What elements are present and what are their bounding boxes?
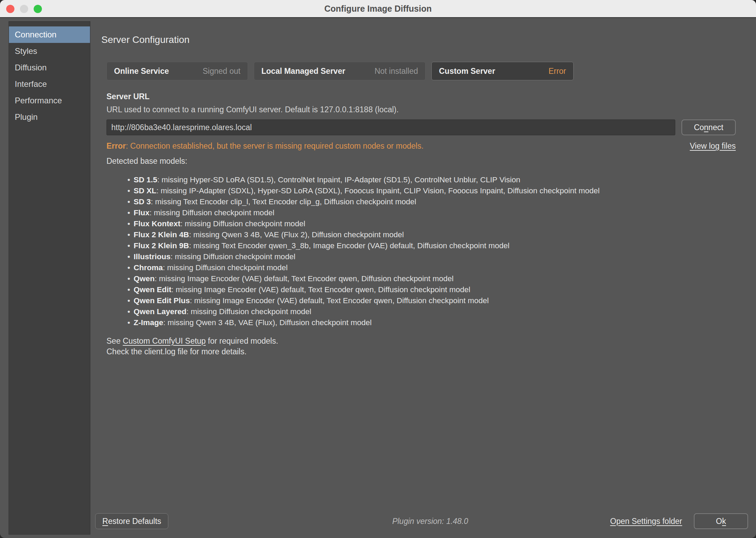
ok-button[interactable]: Ok <box>694 513 748 529</box>
setup-note: See Custom ComfyUI Setup for required mo… <box>106 336 739 346</box>
tab-local-managed-server[interactable]: Local Managed Server Not installed <box>254 62 426 80</box>
model-missing-detail: : missing Text Encoder clip_l, Text Enco… <box>151 197 416 206</box>
sidebar-item-label: Styles <box>15 46 37 56</box>
connection-error-message: Error: Connection established, but the s… <box>106 141 424 151</box>
button-label: n <box>704 123 709 132</box>
model-name: Qwen Edit Plus <box>134 296 190 305</box>
server-url-row: Connect <box>106 119 739 135</box>
model-missing-detail: : missing Qwen 3 4B, VAE (Flux), Diffusi… <box>163 318 372 327</box>
model-list-item: •Flux 2 Klein 4B: missing Qwen 3 4B, VAE… <box>127 229 739 240</box>
model-list-item: •Qwen Edit Plus: missing Image Encoder (… <box>127 295 739 306</box>
sidebar-item-label: Connection <box>15 30 56 39</box>
bullet-icon: • <box>127 274 130 283</box>
model-name: SD 1.5 <box>134 175 157 184</box>
model-name: Flux <box>134 208 149 217</box>
tab-status: Not installed <box>374 67 418 76</box>
model-name: Flux 2 Klein 4B <box>134 230 189 239</box>
zoom-window-icon[interactable] <box>34 5 42 13</box>
model-list-item: •Qwen: missing Image Encoder (VAE) defau… <box>127 273 739 284</box>
bullet-icon: • <box>127 219 130 228</box>
sidebar-item-plugin[interactable]: Plugin <box>9 109 90 125</box>
model-list: •SD 1.5: missing Hyper-SD LoRA (SD1.5), … <box>127 174 739 328</box>
main-content: Server Configuration Online Service Sign… <box>101 18 739 357</box>
model-missing-detail: : missing Diffusion checkpoint model <box>187 307 312 316</box>
model-name: Qwen <box>134 274 155 283</box>
model-missing-detail: : missing Diffusion checkpoint model <box>180 219 305 228</box>
model-missing-detail: : missing Diffusion checkpoint model <box>170 252 295 261</box>
view-log-files-link[interactable]: View log files <box>690 141 736 151</box>
bullet-icon: • <box>127 241 130 250</box>
window-title: Configure Image Diffusion <box>324 4 432 14</box>
connection-status-row: Error: Connection established, but the s… <box>106 141 736 151</box>
bullet-icon: • <box>127 285 130 294</box>
server-url-description: URL used to connect to a running ComfyUI… <box>106 104 739 115</box>
model-missing-detail: : missing Image Encoder (VAE) default, T… <box>190 296 489 305</box>
client-log-note: Check the client.log file for more detai… <box>106 346 739 357</box>
setup-note-text: See <box>106 336 123 345</box>
plugin-version-text: Plugin version: 1.48.0 <box>392 517 468 526</box>
bullet-icon: • <box>127 252 130 261</box>
model-name: Qwen Edit <box>134 285 171 294</box>
minimize-window-icon[interactable] <box>20 5 28 13</box>
sidebar-item-connection[interactable]: Connection <box>9 26 90 43</box>
page-title: Server Configuration <box>101 34 739 46</box>
model-list-item: •Illustrious: missing Diffusion checkpoi… <box>127 251 739 262</box>
close-window-icon[interactable] <box>6 5 14 13</box>
model-missing-detail: : missing Qwen 3 4B, VAE (Flux 2), Diffu… <box>189 230 404 239</box>
model-missing-detail: : missing IP-Adapter (SDXL), Hyper-SD Lo… <box>156 186 600 195</box>
bullet-icon: • <box>127 263 130 272</box>
tab-custom-server[interactable]: Custom Server Error <box>431 62 574 80</box>
model-list-item: •Qwen Edit: missing Image Encoder (VAE) … <box>127 284 739 295</box>
model-name: Chroma <box>134 263 163 272</box>
model-name: Flux 2 Klein 9B <box>134 241 189 250</box>
tab-title: Online Service <box>114 67 169 76</box>
detected-models-label: Detected base models: <box>106 156 739 166</box>
sidebar-item-diffusion[interactable]: Diffusion <box>9 59 90 76</box>
server-url-label: Server URL <box>106 91 739 102</box>
bullet-icon: • <box>127 208 130 217</box>
tab-title: Custom Server <box>439 67 495 76</box>
model-name: Flux Kontext <box>134 219 180 228</box>
button-label: Co <box>694 123 704 132</box>
model-list-item: •Z-Image: missing Qwen 3 4B, VAE (Flux),… <box>127 317 739 328</box>
button-label: estore Defaults <box>108 517 161 526</box>
traffic-lights <box>0 0 42 18</box>
sidebar-item-label: Interface <box>15 79 47 89</box>
model-list-item: •SD 3: missing Text Encoder clip_l, Text… <box>127 196 739 207</box>
tab-status-error: Error <box>549 67 566 76</box>
sidebar-item-label: Plugin <box>15 112 38 122</box>
tab-online-service[interactable]: Online Service Signed out <box>106 62 248 80</box>
model-list-item: •SD 1.5: missing Hyper-SD LoRA (SD1.5), … <box>127 174 739 185</box>
setup-note-text: for required models. <box>206 336 278 345</box>
model-missing-detail: : missing Image Encoder (VAE) default, T… <box>155 274 453 283</box>
tab-status: Signed out <box>203 67 240 76</box>
model-name: SD 3 <box>134 197 151 206</box>
settings-sidebar: Connection Styles Diffusion Interface Pe… <box>9 21 90 535</box>
bullet-icon: • <box>127 186 130 195</box>
custom-comfyui-setup-link[interactable]: Custom ComfyUI Setup <box>123 336 206 345</box>
model-list-item: •Flux 2 Klein 9B: missing Text Encoder q… <box>127 240 739 251</box>
model-list-item: •SD XL: missing IP-Adapter (SDXL), Hyper… <box>127 185 739 196</box>
server-url-input[interactable] <box>106 119 675 135</box>
button-label: O <box>716 517 722 526</box>
sidebar-item-interface[interactable]: Interface <box>9 76 90 92</box>
model-missing-detail: : missing Image Encoder (VAE) default, T… <box>171 285 470 294</box>
sidebar-item-styles[interactable]: Styles <box>9 43 90 59</box>
model-missing-detail: : missing Text Encoder qwen_3_8b, Image … <box>189 241 509 250</box>
model-list-item: •Flux Kontext: missing Diffusion checkpo… <box>127 218 739 229</box>
button-label: nect <box>708 123 723 132</box>
model-list-item: •Qwen Layered: missing Diffusion checkpo… <box>127 306 739 317</box>
restore-defaults-button[interactable]: Restore Defaults <box>95 513 168 529</box>
button-label: k <box>722 517 726 526</box>
bullet-icon: • <box>127 307 130 316</box>
server-mode-tabs: Online Service Signed out Local Managed … <box>106 62 739 80</box>
bullet-icon: • <box>127 197 130 206</box>
open-settings-folder-link[interactable]: Open Settings folder <box>610 517 682 526</box>
model-name: SD XL <box>134 186 156 195</box>
connect-button[interactable]: Connect <box>681 119 736 135</box>
sidebar-item-performance[interactable]: Performance <box>9 92 90 109</box>
sidebar-item-label: Performance <box>15 96 62 105</box>
settings-window: Configure Image Diffusion Connection Sty… <box>0 0 756 538</box>
model-missing-detail: : missing Diffusion checkpoint model <box>163 263 288 272</box>
model-name: Qwen Layered <box>134 307 187 316</box>
